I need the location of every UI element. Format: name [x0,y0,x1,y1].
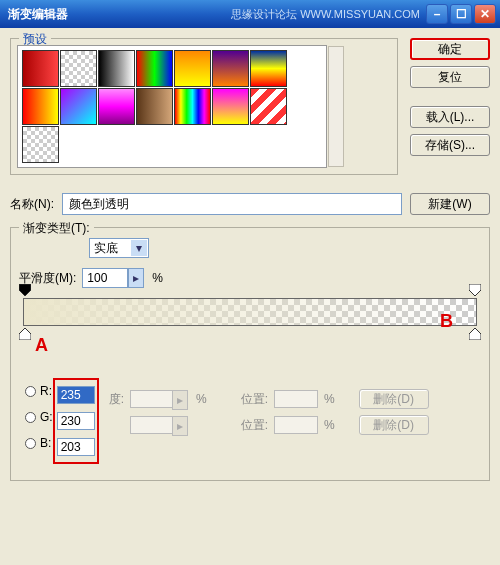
reset-button[interactable]: 复位 [410,66,490,88]
smoothness-input[interactable]: 100 ▸ [82,268,128,288]
r-label: R: [40,384,52,398]
marker-b: B [440,311,453,332]
play-icon[interactable]: ▸ [128,268,144,288]
b-radio[interactable] [25,438,36,449]
gradient-bar-area: A B [23,298,477,326]
percent-label: % [152,271,163,285]
position-input-disabled-1 [274,390,318,408]
svg-marker-1 [469,284,481,296]
new-button[interactable]: 新建(W) [410,193,490,215]
presets-scrollbar[interactable] [328,46,344,167]
delete-button-1: 删除(D) [359,389,429,409]
svg-marker-3 [469,328,481,340]
preset-swatch[interactable] [174,50,211,87]
preset-swatch[interactable] [60,50,97,87]
load-button[interactable]: 载入(L)... [410,106,490,128]
presets-grid [17,45,327,168]
preset-swatch[interactable] [212,50,249,87]
g-input[interactable] [57,412,95,430]
preset-swatch[interactable] [22,50,59,87]
close-button[interactable]: ✕ [474,4,496,24]
type-select[interactable]: 实底 ▾ [89,238,149,258]
opacity-stop-right[interactable] [469,284,481,296]
watermark-text: 思缘设计论坛 WWW.MISSYUAN.COM [231,7,420,22]
window-title: 渐变编辑器 [4,6,231,23]
preset-swatch[interactable] [136,88,173,125]
g-label: G: [40,410,53,424]
color-input-disabled [130,416,174,434]
chevron-down-icon: ▾ [131,240,147,256]
preset-swatch[interactable] [250,50,287,87]
preset-swatch[interactable] [174,88,211,125]
color-stop-left[interactable] [19,328,31,340]
name-label: 名称(N): [10,196,54,213]
preset-swatch[interactable] [22,88,59,125]
preset-swatch[interactable] [136,50,173,87]
marker-a: A [35,335,48,356]
gradient-settings-panel: 渐变类型(T): 实底 ▾ 平滑度(M): 100 ▸ % [10,227,490,481]
stops-area: R: G: B: [19,374,481,468]
presets-panel: 预设 [10,38,398,175]
maximize-button[interactable]: ☐ [450,4,472,24]
preset-swatch[interactable] [98,50,135,87]
svg-marker-0 [19,284,31,296]
svg-marker-2 [19,328,31,340]
opacity-short-label: 度: [109,391,124,408]
color-stop-right[interactable] [469,328,481,340]
preset-swatch[interactable] [250,88,287,125]
name-input[interactable] [62,193,402,215]
g-radio[interactable] [25,412,36,423]
rgb-values-block [53,378,99,464]
opacity-stop-left[interactable] [19,284,31,296]
b-label: B: [40,436,51,450]
type-label: 渐变类型(T): [19,220,94,237]
pos-label-2: 位置: [241,417,268,434]
titlebar[interactable]: 渐变编辑器 思缘设计论坛 WWW.MISSYUAN.COM – ☐ ✕ [0,0,500,28]
type-value: 实底 [94,240,118,257]
r-radio[interactable] [25,386,36,397]
save-button[interactable]: 存储(S)... [410,134,490,156]
preset-swatch[interactable] [98,88,135,125]
preset-swatch[interactable] [60,88,97,125]
b-input[interactable] [57,438,95,456]
preset-swatch[interactable] [212,88,249,125]
minimize-button[interactable]: – [426,4,448,24]
opacity-input-disabled [130,390,174,408]
pos-label-1: 位置: [241,391,268,408]
ok-button[interactable]: 确定 [410,38,490,60]
r-input[interactable] [57,386,95,404]
delete-button-2: 删除(D) [359,415,429,435]
position-input-disabled-2 [274,416,318,434]
gradient-bar[interactable] [23,298,477,326]
preset-swatch[interactable] [22,126,59,163]
